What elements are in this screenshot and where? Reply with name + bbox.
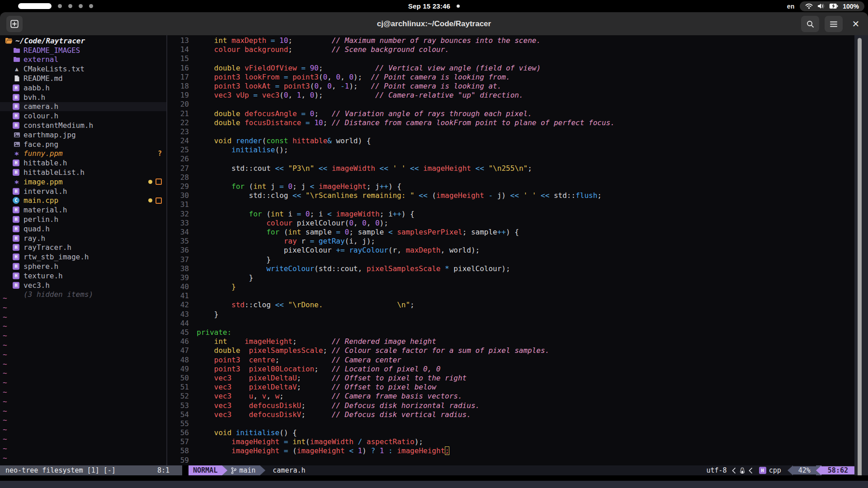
tree-item-texture.h[interactable]: Htexture.h [0,271,166,281]
code-line-42[interactable]: 42 std::clog << "\rDone. \n"; [167,300,854,310]
tree-item-perlin.h[interactable]: Hperlin.h [0,215,166,224]
tree-item-rtw_stb_image.h[interactable]: Hrtw_stb_image.h [0,252,166,262]
tree-item-hittableList.h[interactable]: HhittableList.h [0,168,166,177]
tree-item-earthmap.jpg[interactable]: earthmap.jpg [0,130,166,140]
code-line-41[interactable]: 41 [167,291,854,300]
keyboard-layout-indicator[interactable]: en [787,3,794,10]
tree-item-image.ppm[interactable]: *image.ppm [0,177,166,187]
code-line-45[interactable]: 45private: [167,328,854,337]
code-line-58[interactable]: 58 imageHeight = (imageHeight < 1) ? 1 :… [167,446,854,455]
tree-item-label: main.cpp [24,196,58,205]
code-line-51[interactable]: 51 vec3 pixelDeltaV; // Offset to pixel … [167,383,854,392]
scroll-percent: 42% [793,466,816,474]
new-tab-button[interactable] [6,16,23,32]
tree-item-rayTracer.h[interactable]: HrayTracer.h [0,243,166,253]
tree-item-sphere.h[interactable]: Hsphere.h [0,262,166,271]
code-line-23[interactable]: 23 [167,127,854,136]
code-line-20[interactable]: 20 [167,100,854,109]
code-line-43[interactable]: 43 } [167,310,854,319]
neo-tree-panel[interactable]: ~/Code/RaytracerREADME_IMAGESexternal▲CM… [0,35,166,465]
tree-item-quad.h[interactable]: Hquad.h [0,224,166,234]
scrollbar[interactable] [854,35,868,488]
code-line-34[interactable]: 34 for (int sample = 0; sample < samples… [167,228,854,237]
code-line-39[interactable]: 39 } [167,273,854,282]
tree-root[interactable]: ~/Code/Raytracer [0,36,166,46]
code-line-37[interactable]: 37 } [167,255,854,264]
code-line-15[interactable]: 15 [167,54,854,63]
code-line-32[interactable]: 32 for (int i = 0; i < imageWidth; i++) … [167,210,854,219]
code-line-30[interactable]: 30 std::clog << "\rScanlines remaining: … [167,191,854,200]
code-line-49[interactable]: 49 point3 pixel00Location; // Location o… [167,365,854,374]
code-editor[interactable]: 13 int maxDepth = 10; // Maximum number … [167,35,854,465]
line-number: 28 [167,173,189,182]
h-icon: H [13,169,19,176]
code-line-55[interactable]: 55 [167,419,854,428]
code-line-28[interactable]: 28 [167,173,854,182]
tree-item-funny.ppm[interactable]: *funny.ppm? [0,149,166,159]
code-line-17[interactable]: 17 point3 lookFrom = point3(0, 0, 0); //… [167,73,854,82]
line-number: 46 [167,337,189,346]
tree-item-material.h[interactable]: Hmaterial.h [0,205,166,215]
line-number: 53 [167,401,189,410]
code-line-59[interactable]: 59 [167,456,854,465]
search-button[interactable] [801,16,819,32]
code-line-25[interactable]: 25 initialise(); [167,145,854,155]
tree-item-camera.h[interactable]: Hcamera.h [0,102,166,112]
code-line-18[interactable]: 18 point3 lookAt = point3(0, 0, -1); // … [167,82,854,91]
tree-item-README.md[interactable]: README.md [0,74,166,83]
code-line-46[interactable]: 46 int imageHeight; // Rendered image he… [167,337,854,346]
code-line-44[interactable]: 44 [167,319,854,328]
code-line-33[interactable]: 33 colour pixelColour(0, 0, 0); [167,219,854,228]
tree-item-constantMedium.h[interactable]: HconstantMedium.h [0,121,166,130]
git-modified-badge [156,197,162,204]
code-line-35[interactable]: 35 ray r = getRay(i, j); [167,237,854,246]
code-line-57[interactable]: 57 imageHeight = int(imageWidth / aspect… [167,437,854,446]
tree-item-external[interactable]: external [0,55,166,65]
code-line-48[interactable]: 48 point3 centre; // Camera center [167,356,854,365]
code-line-53[interactable]: 53 vec3 defocusDiskU; // Defocus disk ho… [167,401,854,410]
scrollbar-thumb[interactable] [858,38,862,486]
code-line-38[interactable]: 38 writeColour(std::cout, pixelSamplesSc… [167,264,854,273]
code-line-27[interactable]: 27 std::cout << "P3\n" << imageWidth << … [167,164,854,173]
code-line-50[interactable]: 50 vec3 pixelDeltaU; // Offset to pixel … [167,374,854,383]
code-line-16[interactable]: 16 double vFieldOfView = 90; // Vertical… [167,64,854,73]
h-icon: H [13,253,19,260]
tree-item-face.png[interactable]: face.png [0,140,166,149]
powerline-separator [788,465,793,475]
tree-item-aabb.h[interactable]: Haabb.h [0,83,166,93]
tree-item-colour.h[interactable]: Hcolour.h [0,111,166,121]
tree-item-interval.h[interactable]: Hinterval.h [0,187,166,196]
clock[interactable]: Sep 15 23:46 [408,2,450,10]
tree-item-(3 hidden items)[interactable]: (3 hidden items) [0,290,166,300]
code-line-52[interactable]: 52 vec3 u, v, w; // Camera frame basis v… [167,392,854,401]
line-number: 55 [167,419,189,428]
encoding-indicator: utf-8 [704,466,729,474]
code-line-56[interactable]: 56 void initialise() { [167,428,854,437]
tree-item-vec3.h[interactable]: Hvec3.h [0,281,166,290]
code-line-24[interactable]: 24 void render(const hittable& world) { [167,136,854,145]
code-line-26[interactable]: 26 [167,155,854,164]
tree-item-ray.h[interactable]: Hray.h [0,234,166,243]
close-button[interactable]: ✕ [847,16,864,32]
code-line-21[interactable]: 21 double defocusAngle = 0; // Variation… [167,109,854,118]
code-line-13[interactable]: 13 int maxDepth = 10; // Maximum number … [167,36,854,45]
tree-item-bvh.h[interactable]: Hbvh.h [0,93,166,102]
code-text: initialise(); [197,145,288,155]
code-line-40[interactable]: 40 } [167,282,854,291]
code-line-14[interactable]: 14 colour background; // Scene backgroun… [167,45,854,54]
tree-item-label: colour.h [24,112,58,120]
menu-button[interactable] [825,16,843,32]
code-line-31[interactable]: 31 [167,200,854,209]
tree-item-CMakeLists.txt[interactable]: ▲CMakeLists.txt [0,64,166,74]
code-line-19[interactable]: 19 vec3 vUp = vec3(0, 1, 0); // Camera-r… [167,91,854,100]
code-line-54[interactable]: 54 vec3 defocusDiskV; // Defocus disk ve… [167,410,854,419]
code-text: pixelColour += rayColour(r, maxDepth, wo… [197,246,480,255]
tree-item-main.cpp[interactable]: Cmain.cpp [0,196,166,206]
code-line-36[interactable]: 36 pixelColour += rayColour(r, maxDepth,… [167,246,854,255]
code-line-29[interactable]: 29 for (int j = 0; j < imageHeight; j++)… [167,182,854,191]
tree-item-README_IMAGES[interactable]: README_IMAGES [0,46,166,55]
code-line-47[interactable]: 47 double pixelSamplesScale; // Colour s… [167,346,854,355]
code-line-22[interactable]: 22 double focusDistance = 10; // Distanc… [167,118,854,127]
system-tray[interactable]: 100% [800,1,864,11]
tree-item-hittable.h[interactable]: Hhittable.h [0,158,166,168]
